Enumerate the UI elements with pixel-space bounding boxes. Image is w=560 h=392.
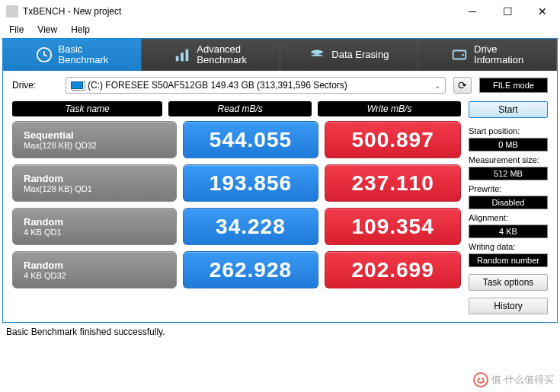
- start-position-value[interactable]: 0 MB: [469, 138, 548, 151]
- write-value: 237.110: [325, 164, 461, 202]
- start-button[interactable]: Start: [469, 101, 548, 118]
- svg-rect-1: [176, 56, 179, 61]
- read-value: 262.928: [183, 251, 319, 288]
- task-params: 4 KB QD32: [24, 271, 165, 280]
- task-params: Max(128 KB) QD32: [24, 141, 165, 150]
- read-value: 34.228: [183, 208, 319, 245]
- alignment-value[interactable]: 4 KB: [469, 225, 548, 238]
- benchmark-row: SequentialMax(128 KB) QD32544.055500.897: [12, 121, 461, 158]
- write-value: 109.354: [325, 208, 461, 245]
- header-task: Task name: [12, 101, 162, 116]
- minimize-button[interactable]: ─: [455, 0, 490, 23]
- write-value: 202.699: [325, 251, 461, 288]
- benchmark-row: RandomMax(128 KB) QD1193.856237.110: [12, 164, 461, 202]
- measurement-size-label: Measurement size:: [469, 155, 548, 164]
- tab-label: DriveInformation: [474, 44, 523, 66]
- tab-advanced-benchmark[interactable]: AdvancedBenchmark: [142, 39, 280, 71]
- task-params: Max(128 KB) QD1: [24, 184, 165, 193]
- tab-label: BasicBenchmark: [59, 44, 109, 66]
- task-cell: SequentialMax(128 KB) QD32: [12, 121, 177, 158]
- alignment-label: Alignment:: [469, 213, 548, 222]
- maximize-button[interactable]: ☐: [490, 0, 525, 23]
- tab-basic-benchmark[interactable]: BasicBenchmark: [3, 39, 142, 71]
- refresh-button[interactable]: ⟳: [453, 77, 472, 94]
- task-cell: RandomMax(128 KB) QD1: [12, 164, 177, 202]
- tab-data-erasing[interactable]: Data Erasing: [280, 39, 419, 71]
- svg-rect-2: [181, 53, 184, 61]
- task-params: 4 KB QD1: [24, 228, 165, 237]
- status-bar: Basic Benchmark finished successfully.: [0, 323, 560, 340]
- clock-icon: [36, 46, 53, 63]
- close-button[interactable]: ✕: [525, 0, 560, 23]
- read-value: 193.856: [183, 164, 319, 202]
- history-button[interactable]: History: [469, 298, 548, 314]
- smile-icon: [473, 372, 488, 387]
- prewrite-value[interactable]: Disabled: [469, 196, 548, 209]
- watermark: 值·什么值得买: [473, 372, 554, 387]
- task-name: Random: [24, 173, 165, 184]
- prewrite-label: Prewrite:: [469, 184, 548, 193]
- svg-point-5: [462, 54, 464, 56]
- app-icon: [6, 5, 18, 18]
- writing-data-label: Writing data:: [469, 242, 548, 251]
- watermark-text: 值·什么值得买: [491, 373, 554, 387]
- refresh-icon: ⟳: [458, 79, 467, 91]
- tab-label: AdvancedBenchmark: [197, 44, 247, 66]
- drive-label: Drive:: [12, 80, 58, 91]
- read-value: 544.055: [183, 121, 319, 158]
- svg-rect-3: [186, 49, 189, 62]
- window-title: TxBENCH - New project: [23, 6, 455, 17]
- tab-drive-information[interactable]: DriveInformation: [418, 39, 557, 71]
- tab-label: Data Erasing: [331, 49, 389, 60]
- write-value: 500.897: [325, 121, 461, 158]
- menu-view[interactable]: View: [31, 23, 63, 38]
- erase-icon: [309, 46, 325, 63]
- benchmark-row: Random4 KB QD32262.928202.699: [12, 251, 461, 288]
- measurement-size-value[interactable]: 512 MB: [469, 167, 548, 180]
- task-options-button[interactable]: Task options: [469, 274, 548, 291]
- drive-select[interactable]: (C:) FORESEE S50AF512GB 149.43 GB (313,3…: [66, 77, 446, 94]
- menu-help[interactable]: Help: [65, 23, 96, 38]
- header-read: Read mB/s: [168, 101, 312, 116]
- task-name: Random: [24, 260, 165, 271]
- menu-file[interactable]: File: [3, 23, 30, 38]
- writing-data-value[interactable]: Random number: [469, 253, 548, 267]
- header-write: Write mB/s: [318, 101, 461, 116]
- disk-icon: [71, 81, 83, 89]
- task-name: Sequential: [24, 129, 165, 141]
- task-cell: Random4 KB QD32: [12, 251, 177, 288]
- chevron-down-icon: ⌄: [434, 81, 440, 90]
- task-cell: Random4 KB QD1: [12, 208, 177, 245]
- benchmark-row: Random4 KB QD134.228109.354: [12, 208, 461, 245]
- drive-icon: [451, 46, 468, 63]
- bars-icon: [174, 46, 190, 63]
- drive-selected-text: (C:) FORESEE S50AF512GB 149.43 GB (313,3…: [88, 80, 347, 91]
- start-position-label: Start position:: [469, 126, 548, 135]
- file-mode-indicator[interactable]: FILE mode: [479, 78, 548, 93]
- task-name: Random: [24, 216, 165, 228]
